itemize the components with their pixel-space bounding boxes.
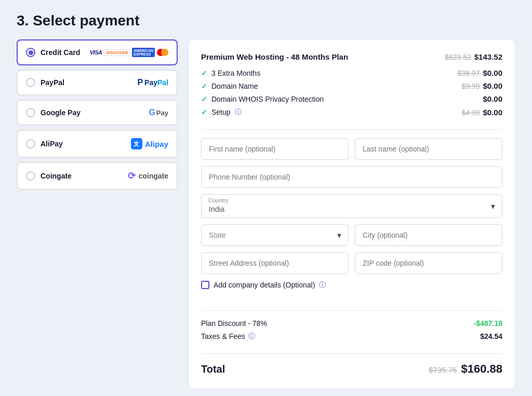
radio-paypal [26, 78, 35, 87]
total-price: $735.75 $160.88 [429, 362, 502, 376]
amex-logo: AMERICANEXPRESS [132, 48, 155, 57]
payment-methods-panel: Credit Card VISA DISCOVER AMERICANEXPRES… [17, 39, 178, 190]
paypal-logo: P PayPal [137, 78, 168, 87]
street-input[interactable] [201, 252, 349, 274]
check-icon: ✓ [201, 95, 207, 103]
payment-option-paypal[interactable]: PayPal P PayPal [17, 70, 178, 95]
page-title: 3. Select payment [17, 12, 515, 29]
plan-price-old: $623.52 [445, 53, 471, 61]
last-name-input[interactable] [355, 138, 502, 160]
phone-input[interactable] [201, 166, 502, 188]
item-whois-new: $0.00 [483, 94, 502, 103]
company-checkbox[interactable] [201, 281, 209, 289]
state-city-row: State ▾ [201, 224, 502, 246]
discover-logo: DISCOVER [104, 49, 130, 56]
mastercard-logo [157, 49, 168, 56]
taxes-label: Taxes & Fees [201, 332, 245, 340]
alipay-logo: 支 Alipay [131, 138, 168, 149]
taxes-row: Taxes & Fees ⓘ $24.54 [201, 332, 502, 341]
google-pay-logo: G Pay [149, 108, 168, 117]
item-setup-name: Setup [211, 108, 231, 116]
coingate-logo: ⟳ coingate [128, 170, 168, 182]
item-whois-name: Domain WHOIS Privacy Protection [211, 95, 324, 103]
card-logos: VISA DISCOVER AMERICANEXPRESS [90, 48, 168, 57]
name-row [201, 138, 502, 160]
city-field [355, 224, 502, 246]
alipay-label: AliPay [41, 140, 63, 148]
google-pay-label: Google Pay [41, 108, 81, 117]
discount-amount: -$487.18 [474, 319, 502, 327]
item-domain-new: $0.00 [483, 81, 502, 90]
credit-card-label: Credit Card [41, 48, 80, 57]
total-label: Total [201, 363, 225, 375]
country-field: Country India ▾ [201, 194, 502, 218]
visa-logo: VISA [90, 49, 102, 56]
check-icon: ✓ [201, 108, 207, 116]
radio-alipay [26, 139, 35, 148]
item-extra-months-name: 3 Extra Months [211, 69, 260, 77]
plan-name: Premium Web Hosting - 48 Months Plan [201, 52, 348, 61]
payment-option-credit-card[interactable]: Credit Card VISA DISCOVER AMERICANEXPRES… [17, 39, 178, 65]
order-item-setup: ✓ Setup ⓘ $4.99 $0.00 [201, 107, 502, 117]
phone-row [201, 166, 502, 188]
payment-option-coingate[interactable]: Coingate ⟳ coingate [17, 162, 178, 190]
taxes-amount: $24.54 [480, 332, 502, 340]
order-item-whois: ✓ Domain WHOIS Privacy Protection $0.00 [201, 94, 502, 103]
item-domain-old: $9.99 [461, 82, 480, 90]
item-domain-name: Domain Name [211, 82, 258, 90]
setup-help-icon[interactable]: ⓘ [235, 107, 242, 117]
order-item-domain: ✓ Domain Name $9.99 $0.00 [201, 81, 502, 90]
plan-price: $623.52 $143.52 [445, 52, 502, 61]
zip-input[interactable] [355, 252, 502, 274]
company-label: Add company details (Optional) [214, 281, 315, 289]
order-header: Premium Web Hosting - 48 Months Plan $62… [201, 52, 502, 61]
zip-field [355, 252, 502, 274]
item-extra-months-old: $38.97 [458, 69, 480, 77]
radio-google-pay [26, 108, 35, 117]
total-price-new: $160.88 [461, 362, 502, 376]
order-items: ✓ 3 Extra Months $38.97 $0.00 ✓ Domain N… [201, 69, 502, 130]
first-name-input[interactable] [201, 138, 349, 160]
check-icon: ✓ [201, 69, 207, 77]
payment-option-alipay[interactable]: AliPay 支 Alipay [17, 130, 178, 158]
total-row: Total $735.75 $160.88 [201, 362, 502, 376]
coingate-label: Coingate [41, 172, 72, 180]
last-name-field [355, 138, 502, 160]
paypal-label: PayPal [41, 78, 64, 87]
order-item-extra-months: ✓ 3 Extra Months $38.97 $0.00 [201, 69, 502, 77]
first-name-field [201, 138, 349, 160]
payment-option-google-pay[interactable]: Google Pay G Pay [17, 100, 178, 126]
discount-row: Plan Discount - 78% -$487.18 [201, 319, 502, 327]
order-panel: Premium Web Hosting - 48 Months Plan $62… [188, 39, 515, 389]
taxes-help-icon[interactable]: ⓘ [248, 332, 255, 341]
item-extra-months-new: $0.00 [483, 69, 502, 77]
order-summary: Plan Discount - 78% -$487.18 Taxes & Fee… [201, 319, 502, 354]
item-setup-new: $0.00 [483, 108, 502, 117]
check-icon: ✓ [201, 82, 207, 90]
billing-form: Country India ▾ State ▾ [201, 138, 502, 311]
company-row: Add company details (Optional) ⓘ [201, 280, 502, 290]
state-select[interactable]: State [201, 224, 349, 246]
city-input[interactable] [355, 224, 502, 246]
total-price-old: $735.75 [429, 365, 457, 374]
state-field: State ▾ [201, 224, 349, 246]
country-row: Country India ▾ [201, 194, 502, 218]
radio-coingate [26, 171, 35, 181]
address-row [201, 252, 502, 274]
plan-price-new: $143.52 [474, 52, 502, 61]
company-help-icon[interactable]: ⓘ [319, 280, 326, 290]
radio-credit-card [26, 48, 35, 57]
phone-field [201, 166, 502, 188]
discount-label: Plan Discount - 78% [201, 319, 267, 327]
country-select[interactable]: India [201, 194, 502, 218]
street-field [201, 252, 349, 274]
item-setup-old: $4.99 [461, 108, 480, 117]
taxes-label-group: Taxes & Fees ⓘ [201, 332, 255, 341]
